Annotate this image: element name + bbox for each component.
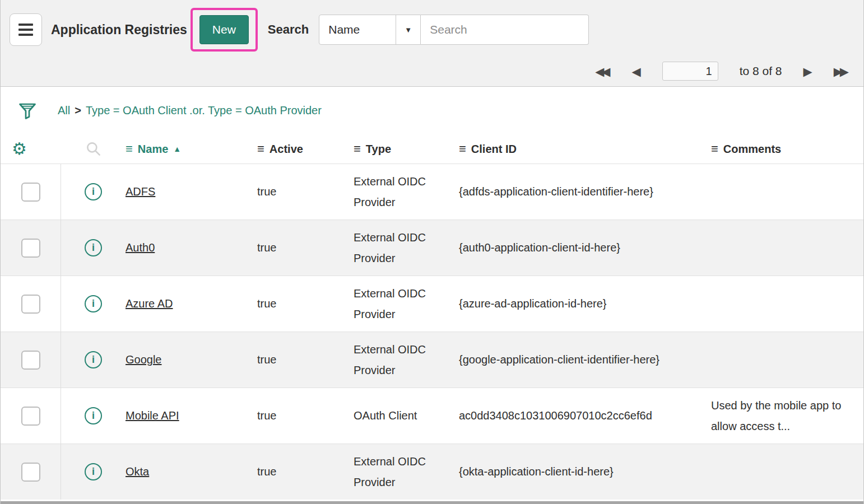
table-column-header-row: ⚙ ≡ Name ▲ ≡ Active ≡ Type ≡ Client ID ≡… <box>1 134 863 164</box>
table-row: Azure AD true External OIDC Provider {az… <box>1 276 863 332</box>
first-page-button[interactable]: ◀◀ <box>595 66 610 77</box>
cell-type: External OIDC Provider <box>354 339 459 381</box>
table-row: Mobile API true OAuth Client ac0dd3408c1… <box>1 388 863 444</box>
info-icon[interactable] <box>85 463 102 480</box>
cell-client-id: ac0dd3408c1031006907010c2cc6ef6d <box>459 405 711 426</box>
cell-active: true <box>257 405 354 426</box>
cell-type: External OIDC Provider <box>354 171 459 213</box>
record-link[interactable]: Mobile API <box>126 409 179 422</box>
personalize-list-gear-icon[interactable]: ⚙ <box>1 141 61 157</box>
info-icon[interactable] <box>85 295 102 312</box>
search-label: Search <box>268 22 309 37</box>
table-row: ADFS true External OIDC Provider {adfds-… <box>1 164 863 220</box>
page-number-input[interactable] <box>662 62 718 81</box>
row-checkbox[interactable] <box>21 463 40 482</box>
record-link[interactable]: ADFS <box>126 185 155 198</box>
filter-bar: All > Type = OAuth Client .or. Type = OA… <box>1 87 863 134</box>
column-header-type[interactable]: ≡ Type <box>354 143 459 156</box>
info-icon[interactable] <box>85 239 102 256</box>
cell-type: OAuth Client <box>354 405 459 426</box>
row-checkbox[interactable] <box>21 183 40 202</box>
record-link[interactable]: Okta <box>126 465 149 478</box>
toolbar: Application Registries New Search Name ▼ <box>10 8 849 52</box>
column-menu-icon: ≡ <box>257 143 264 155</box>
column-menu-icon: ≡ <box>711 143 718 155</box>
annotation-highlight: New <box>191 8 258 52</box>
horizontal-scrollbar[interactable] <box>1 501 863 504</box>
application-registries-page: Application Registries New Search Name ▼… <box>0 0 864 504</box>
table-row: Auth0 true External OIDC Provider {auth0… <box>1 220 863 276</box>
search-field-select[interactable]: Name ▼ <box>319 15 421 45</box>
info-icon[interactable] <box>85 351 102 368</box>
record-link[interactable]: Auth0 <box>126 241 155 254</box>
cell-type: External OIDC Provider <box>354 227 459 269</box>
column-header-label: Type <box>366 143 391 156</box>
column-header-label: Comments <box>723 143 781 156</box>
record-link[interactable]: Azure AD <box>126 297 173 310</box>
column-menu-icon: ≡ <box>126 143 133 155</box>
search-combo: Name ▼ <box>319 15 589 45</box>
column-header-active[interactable]: ≡ Active <box>257 143 354 156</box>
column-menu-icon: ≡ <box>459 143 466 155</box>
column-menu-icon: ≡ <box>354 143 361 155</box>
search-input[interactable] <box>421 15 589 45</box>
column-header-client-id[interactable]: ≡ Client ID <box>459 143 711 156</box>
sort-ascending-icon: ▲ <box>173 144 181 153</box>
row-checkbox[interactable] <box>21 351 40 370</box>
table-row: Google true External OIDC Provider {goog… <box>1 332 863 388</box>
filter-funnel-icon[interactable] <box>17 100 38 122</box>
cell-active: true <box>257 349 354 370</box>
cell-active: true <box>257 461 354 482</box>
column-search-icon[interactable] <box>61 140 126 158</box>
cell-type: External OIDC Provider <box>354 451 459 493</box>
cell-client-id: {auth0-application-client-id-here} <box>459 237 711 258</box>
info-icon[interactable] <box>85 407 102 424</box>
row-range-text: to 8 of 8 <box>740 64 782 78</box>
search-field-value: Name <box>319 23 396 36</box>
row-checkbox[interactable] <box>21 407 40 426</box>
column-header-name[interactable]: ≡ Name ▲ <box>126 143 257 156</box>
cell-client-id: {adfds-application-client-identifier-her… <box>459 181 711 202</box>
new-button[interactable]: New <box>199 15 249 44</box>
row-checkbox[interactable] <box>21 295 40 314</box>
cell-client-id: {azure-ad-application-id-here} <box>459 293 711 314</box>
cell-client-id: {google-application-client-identifier-he… <box>459 349 711 370</box>
pagination: ◀◀ ◀ to 8 of 8 ▶ ▶▶ <box>10 62 849 81</box>
last-page-button[interactable]: ▶▶ <box>834 66 849 77</box>
cell-active: true <box>257 293 354 314</box>
cell-type: External OIDC Provider <box>354 283 459 325</box>
row-checkbox[interactable] <box>21 239 40 258</box>
breadcrumb: All > Type = OAuth Client .or. Type = OA… <box>58 104 322 117</box>
cell-comments: Used by the mobile app to allow access t… <box>711 395 863 437</box>
list-context-menu-button[interactable] <box>10 13 42 46</box>
page-title: Application Registries <box>51 22 187 38</box>
column-header-label: Client ID <box>471 143 517 156</box>
column-header-label: Active <box>270 143 303 156</box>
column-header-comments[interactable]: ≡ Comments <box>711 143 863 156</box>
breadcrumb-separator: > <box>75 104 81 117</box>
cell-active: true <box>257 181 354 202</box>
record-link[interactable]: Google <box>126 353 162 366</box>
list-header-bar: Application Registries New Search Name ▼… <box>1 0 863 87</box>
column-header-label: Name <box>138 143 168 156</box>
chevron-down-icon: ▼ <box>396 15 420 44</box>
breadcrumb-all[interactable]: All <box>58 104 70 117</box>
previous-page-button[interactable]: ◀ <box>631 66 640 77</box>
info-icon[interactable] <box>85 183 102 200</box>
table-row: Okta true External OIDC Provider {okta-a… <box>1 444 863 500</box>
cell-active: true <box>257 237 354 258</box>
cell-client-id: {okta-application-client-id-here} <box>459 461 711 482</box>
breadcrumb-filter-condition[interactable]: Type = OAuth Client .or. Type = OAuth Pr… <box>86 104 322 117</box>
next-page-button[interactable]: ▶ <box>803 66 812 77</box>
hamburger-icon <box>18 24 33 26</box>
